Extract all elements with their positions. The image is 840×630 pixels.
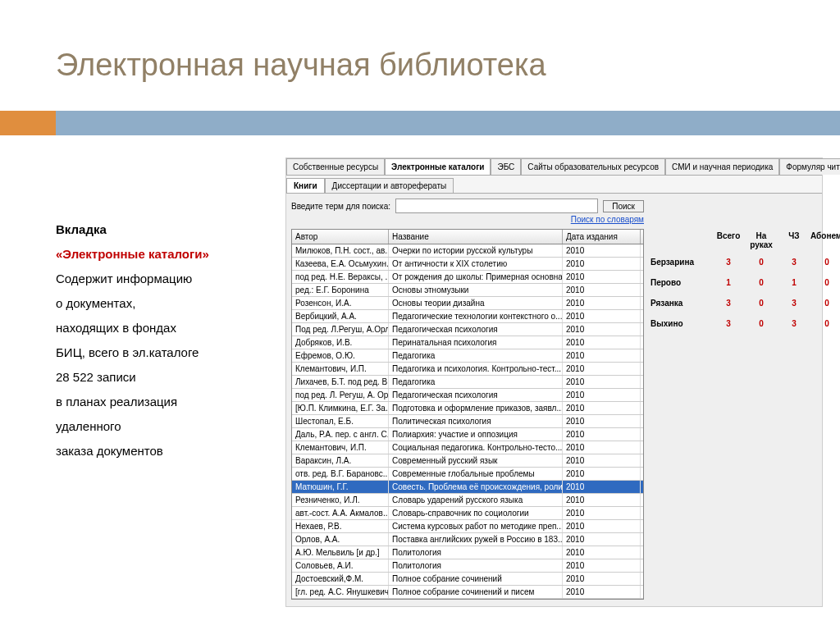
cell-author: Лихачев, Б.Т. под ред. В... (292, 376, 389, 388)
table-row[interactable]: Соловьев, А.И.Политология2010 (292, 559, 643, 573)
cell-title: Политология (389, 559, 563, 572)
cell-title: Педагогика и психология. Контрольно-тест… (389, 363, 563, 375)
stats-value: 1 (712, 278, 745, 287)
cell-author: отв. ред. В.Г. Барановс... (292, 468, 389, 480)
primary-tab[interactable]: Сайты образовательных ресурсов (521, 158, 665, 175)
col-title[interactable]: Название (389, 230, 563, 244)
cell-title: Педагогика (389, 349, 563, 362)
desc-line: БИЦ, всего в эл.каталоге (56, 340, 269, 365)
stats-location: Выхино (651, 319, 712, 328)
cell-date: 2010 (563, 363, 641, 375)
cell-author: [гл. ред. А.С. Янушкевич... (292, 586, 389, 598)
search-input[interactable] (395, 199, 598, 213)
table-row[interactable]: А.Ю. Мельвиль [и др.]Политология2010 (292, 546, 643, 559)
cell-date: 2010 (563, 546, 641, 559)
primary-tab[interactable]: СМИ и научная периодика (665, 158, 779, 175)
cell-date: 2010 (563, 297, 641, 309)
cell-author: Резниченко, И.Л. (292, 494, 389, 506)
table-row[interactable]: под ред. Н.Е. Вераксы, ...От рождения до… (292, 271, 643, 284)
table-row[interactable]: Милюков, П.Н. сост., ав...Очерки по исто… (292, 244, 643, 258)
table-row[interactable]: [гл. ред. А.С. Янушкевич...Полное собран… (292, 586, 643, 599)
description-block: Вкладка «Электронные каталоги» Содержит … (56, 217, 269, 463)
cell-author: Ефремов, О.Ю. (292, 349, 389, 362)
stats-location: Берзарина (651, 258, 712, 267)
cell-title: Основы теории дизайна (389, 297, 563, 309)
cell-author: Вараксин, Л.А. (292, 454, 389, 467)
cell-date: 2010 (563, 336, 641, 349)
table-row[interactable]: Лихачев, Б.Т. под ред. В...Педагогика201… (292, 376, 643, 389)
table-row[interactable]: под ред. Л. Регуш, А. Ор...Педагогическа… (292, 389, 643, 402)
stats-value: 0 (810, 319, 840, 328)
table-row[interactable]: [Ю.П. Климкина, Е.Г. За...Подготовка и о… (292, 402, 643, 415)
cell-author: Добряков, И.В. (292, 336, 389, 349)
table-row[interactable]: Даль, Р.А. пер. с англ. С....Полиархия: … (292, 428, 643, 441)
cell-author: под ред. Л. Регуш, А. Ор... (292, 389, 389, 401)
dictionary-search-link[interactable]: Поиск по словарям (571, 215, 644, 224)
table-row[interactable]: Нехаев, Р.В.Система курсовых работ по ме… (292, 520, 643, 533)
table-row[interactable]: Вербицкий, А.А.Педагогические технологии… (292, 310, 643, 323)
table-row[interactable]: Орлов, А.А.Поставка английских ружей в Р… (292, 533, 643, 546)
table-row[interactable]: Добряков, И.В.Перинатальная психология20… (292, 336, 643, 349)
table-row[interactable]: Под ред. Л.Регуш, А.Орл...Педагогическая… (292, 323, 643, 336)
stats-value: 0 (745, 299, 778, 308)
table-row[interactable]: Достоевский,Ф.М.Полное собрание сочинени… (292, 573, 643, 586)
stats-header: Всего На руках ЧЗ Абонемент (651, 231, 840, 249)
cell-date: 2010 (563, 376, 641, 388)
stats-value: 3 (712, 299, 745, 308)
stats-value: 3 (712, 319, 745, 328)
cell-title: Подготовка и оформление приказов, заявл.… (389, 402, 563, 414)
stats-value: 0 (810, 278, 840, 287)
cell-title: Система курсовых работ по методике преп.… (389, 520, 563, 532)
table-row[interactable]: Резниченко, И.Л.Словарь ударений русског… (292, 494, 643, 507)
cell-date: 2010 (563, 586, 641, 598)
stats-value: 0 (810, 299, 840, 308)
table-row[interactable]: Клемантович, И.П.Педагогика и психология… (292, 363, 643, 376)
cell-author: А.Ю. Мельвиль [и др.] (292, 546, 389, 559)
table-row[interactable]: Розенсон, И.А.Основы теории дизайна2010 (292, 297, 643, 310)
table-row[interactable]: Казеева, Е.А. Осьмухин...От античности к… (292, 258, 643, 271)
accent-line (0, 111, 840, 135)
cell-date: 2010 (563, 310, 641, 322)
table-row[interactable]: Шестопал, Е.Б.Политическая психология201… (292, 415, 643, 428)
desc-line: о документах, (56, 291, 269, 316)
table-row[interactable]: Вараксин, Л.А.Современный русский язык20… (292, 454, 643, 468)
table-row[interactable]: Матюшин, Г.Г.Совесть. Проблема её происх… (292, 481, 643, 494)
cell-title: Словарь-справочник по социологии (389, 507, 563, 519)
cell-title: Политическая психология (389, 415, 563, 427)
desc-line: заказа документов (56, 439, 269, 463)
results-grid: Автор Название Дата издания Милюков, П.Н… (291, 229, 644, 600)
search-button[interactable]: Поиск (603, 200, 644, 212)
cell-date: 2010 (563, 481, 641, 493)
cell-author: Клемантович, И.П. (292, 363, 389, 375)
table-row[interactable]: авт.-сост. А.А. Акмалов...Словарь-справо… (292, 507, 643, 520)
secondary-tab[interactable]: Книги (286, 178, 325, 193)
cell-author: Достоевский,Ф.М. (292, 573, 389, 585)
stats-value: 3 (712, 258, 745, 267)
col-date[interactable]: Дата издания (563, 230, 641, 244)
col-author[interactable]: Автор (292, 230, 389, 244)
cell-author: авт.-сост. А.А. Акмалов... (292, 507, 389, 519)
stats-row: Выхино3030 (651, 319, 840, 328)
table-row[interactable]: отв. ред. В.Г. Барановс...Современные гл… (292, 468, 643, 481)
secondary-tab[interactable]: Диссертации и авторефераты (325, 178, 454, 193)
cell-title: Словарь ударений русского языка (389, 494, 563, 506)
cell-date: 2010 (563, 244, 641, 257)
primary-tab[interactable]: Собственные ресурсы (286, 158, 385, 175)
cell-author: ред.: Е.Г. Боронина (292, 284, 389, 296)
table-row[interactable]: Ефремов, О.Ю.Педагогика2010 (292, 349, 643, 363)
accent-square (0, 111, 56, 135)
stats-col-readroom: ЧЗ (778, 231, 810, 249)
app-window: Собственные ресурсыЭлектронные каталогиЭ… (285, 158, 823, 607)
cell-title: Полное собрание сочинений и писем (389, 586, 563, 598)
primary-tab[interactable]: Формуляр читателя (779, 158, 840, 175)
primary-tab[interactable]: Электронные каталоги (385, 158, 491, 175)
primary-tab[interactable]: ЭБС (491, 158, 521, 175)
cell-author: Вербицкий, А.А. (292, 310, 389, 322)
cell-title: Педагогическая психология (389, 323, 563, 336)
cell-title: Педагогические технологии контекстного о… (389, 310, 563, 322)
cell-author: Милюков, П.Н. сост., ав... (292, 244, 389, 257)
table-row[interactable]: ред.: Е.Г. БоронинаОсновы этномузыки2010 (292, 284, 643, 297)
cell-author: Розенсон, И.А. (292, 297, 389, 309)
cell-date: 2010 (563, 441, 641, 454)
table-row[interactable]: Клемантович, И.П.Социальная педагогика. … (292, 441, 643, 454)
